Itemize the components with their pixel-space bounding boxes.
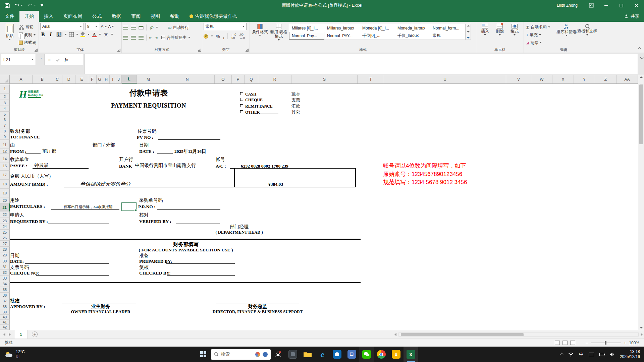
column-header-Y[interactable]: Y (574, 75, 595, 83)
increase-decimal-button[interactable]: ←.0.00 (231, 33, 236, 40)
enter-button[interactable] (56, 58, 59, 61)
row-header-27[interactable]: 27 (0, 241, 10, 247)
touch-keyboard-icon[interactable] (589, 353, 594, 356)
wrap-text-button[interactable]: ab自动换行 (167, 24, 190, 31)
row-header-22[interactable]: 22 (0, 212, 10, 218)
column-header-I[interactable]: I (110, 75, 116, 83)
tab-formulas[interactable]: 公式 (87, 11, 107, 22)
column-header-E[interactable]: E (75, 75, 88, 83)
app-blue-icon[interactable]: 口 (344, 347, 359, 362)
scroll-down-arrow[interactable] (640, 327, 643, 328)
orientation-button[interactable]: ab (149, 25, 154, 31)
column-header-T[interactable]: T (358, 75, 384, 83)
zoom-in-button[interactable]: + (624, 340, 626, 346)
row-header-18[interactable]: 18 (0, 180, 10, 189)
zoom-slider[interactable] (591, 343, 621, 343)
taskbar-clock[interactable]: 13:18 2025/12/16 (620, 349, 640, 359)
other-checkbox[interactable] (240, 110, 243, 113)
column-header-X[interactable]: X (552, 75, 574, 83)
speaker-icon[interactable] (610, 352, 614, 357)
number-dialog-launcher[interactable] (246, 49, 249, 52)
row-header-9[interactable]: 9 (0, 134, 10, 140)
row-header-4[interactable]: 4 (0, 106, 10, 112)
row-header-37[interactable]: 37 (0, 298, 10, 304)
chrome-icon[interactable] (374, 347, 389, 362)
maximize-button[interactable] (614, 0, 629, 11)
column-header-H[interactable]: H (103, 75, 110, 83)
sheet-tab-1[interactable]: 1 (14, 330, 28, 339)
alignment-dialog-launcher[interactable] (198, 49, 201, 52)
column-header-M[interactable]: M (137, 75, 160, 83)
people-icon[interactable] (271, 347, 285, 362)
row-header-33[interactable]: 33 (0, 276, 10, 281)
tab-help[interactable]: 帮助 (165, 11, 184, 22)
gallery-scroll-up[interactable] (467, 25, 470, 26)
tab-data[interactable]: 数据 (107, 11, 126, 22)
row-header-34[interactable]: 34 (0, 281, 10, 287)
fill-button[interactable]: ↓填充 (525, 31, 556, 39)
page-layout-view-button[interactable] (562, 341, 568, 345)
style-gallery-item[interactable]: 常规 (430, 32, 465, 40)
ribbon-display-options-button[interactable] (584, 0, 599, 11)
number-format-combo[interactable]: 常规 (204, 23, 247, 30)
customize-qat-button[interactable] (41, 4, 43, 7)
app-dark-icon[interactable] (285, 347, 300, 362)
undo-button[interactable] (14, 3, 23, 8)
format-painter-button[interactable]: 格式刷 (18, 39, 37, 46)
row-header-8[interactable]: 8 (0, 128, 10, 134)
column-header-N[interactable]: N (160, 75, 215, 83)
borders-button[interactable] (69, 32, 74, 37)
column-header-G[interactable]: G (97, 75, 103, 83)
tab-page-layout[interactable]: 页面布局 (58, 11, 87, 22)
redo-button[interactable] (28, 3, 36, 8)
column-header-C[interactable]: C (52, 75, 62, 83)
align-right-button[interactable] (139, 36, 144, 40)
column-header-R[interactable]: R (258, 75, 291, 83)
row-header-39[interactable]: 39 (0, 309, 10, 315)
insert-cells-button[interactable]: 插入 (478, 23, 492, 47)
clipboard-dialog-launcher[interactable] (35, 49, 38, 52)
row-header-36[interactable]: 36 (0, 293, 10, 298)
grow-font-button[interactable]: A (101, 23, 107, 30)
cancel-button[interactable]: × (48, 57, 51, 63)
tab-home[interactable]: 开始 (19, 11, 39, 22)
row-header-26[interactable]: 26 (0, 235, 10, 241)
font-dialog-launcher[interactable] (117, 49, 120, 52)
row-header-35[interactable]: 35 (0, 287, 10, 293)
copy-button[interactable]: 复制 (18, 31, 37, 39)
edge-icon[interactable]: e (315, 347, 330, 362)
vertical-scrollbar[interactable] (638, 75, 644, 330)
row-header-32[interactable]: 32 (0, 270, 10, 276)
row-header-42[interactable]: 42 (0, 325, 10, 330)
cheque-checkbox[interactable] (240, 98, 243, 101)
horizontal-scroll-thumb[interactable] (401, 333, 524, 336)
find-select-button[interactable]: 查找和选择 (577, 23, 598, 47)
row-header-17[interactable]: 17 (0, 171, 10, 180)
tab-review[interactable]: 审阅 (126, 11, 146, 22)
phonetic-button[interactable]: 文 (103, 32, 109, 37)
style-gallery-item[interactable]: Normal_Pay... (289, 32, 324, 40)
autosum-button[interactable]: Σ自动求和 (525, 23, 556, 31)
row-header-5[interactable]: 5 (0, 112, 10, 117)
sort-filter-button[interactable]: A↓Z▼ 排序和筛选 (556, 23, 577, 47)
tab-tell-me[interactable]: 告诉我你想要做什么 (184, 11, 242, 22)
collapse-ribbon-button[interactable] (638, 47, 641, 51)
style-gallery-item[interactable]: Normal_form... (430, 24, 465, 32)
paste-button[interactable]: 粘贴 (1, 23, 18, 47)
fill-color-button[interactable] (80, 32, 85, 37)
merge-center-button[interactable]: 合并后居中 (160, 34, 191, 41)
row-header-23[interactable]: 23 (0, 218, 10, 224)
row-header-24[interactable]: 24 (0, 224, 10, 230)
column-header-S[interactable]: S (291, 75, 358, 83)
gallery-expand[interactable] (467, 37, 470, 39)
remittance-checkbox[interactable] (240, 104, 243, 107)
minimize-button[interactable] (599, 0, 614, 11)
cut-button[interactable]: 剪切 (18, 23, 37, 31)
row-header-41[interactable]: 41 (0, 320, 10, 325)
column-header-V[interactable]: V (506, 75, 531, 83)
decrease-decimal-button[interactable]: .00→.0 (239, 33, 245, 40)
column-header-A[interactable]: A (10, 75, 33, 83)
file-explorer-icon[interactable] (300, 347, 315, 362)
row-header-21[interactable]: 21 (0, 203, 10, 212)
align-middle-button[interactable] (131, 26, 136, 29)
